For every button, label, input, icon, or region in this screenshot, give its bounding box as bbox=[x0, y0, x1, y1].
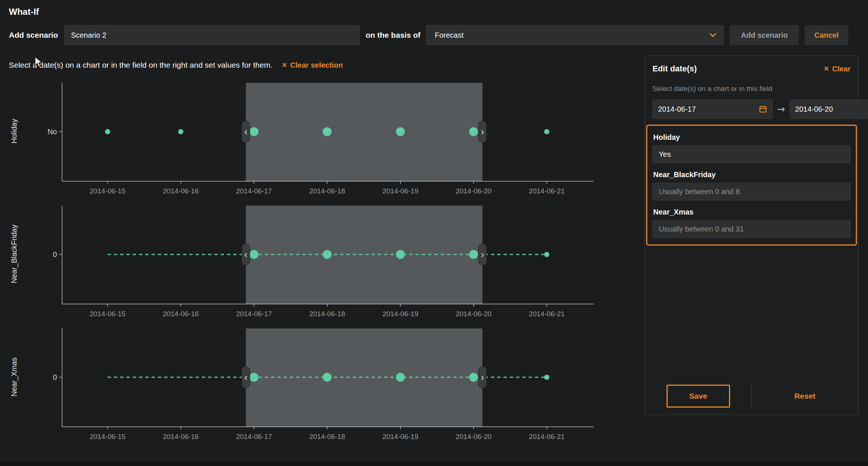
page-title: What-If bbox=[9, 7, 859, 17]
save-button[interactable]: Save bbox=[667, 385, 730, 408]
selection-handle-right[interactable]: › bbox=[478, 244, 486, 265]
reset-button[interactable]: Reset bbox=[794, 392, 816, 401]
x-tick-label[interactable]: 2014-06-19 bbox=[382, 433, 418, 440]
feature-fields-group: Holiday Near_BlackFriday Near_Xmas bbox=[646, 125, 857, 246]
data-point[interactable] bbox=[250, 127, 258, 136]
chart-axis-title: Near_Xmas bbox=[0, 327, 28, 427]
data-point[interactable] bbox=[250, 250, 258, 259]
data-point[interactable] bbox=[323, 127, 332, 136]
edit-dates-panel: Edit date(s) × Clear Select date(s) on a… bbox=[645, 55, 858, 415]
data-point[interactable] bbox=[396, 127, 405, 136]
x-tick-label[interactable]: 2014-06-21 bbox=[529, 310, 564, 318]
x-tick-label[interactable]: 2014-06-16 bbox=[163, 433, 199, 440]
field-input-near-blackfriday[interactable] bbox=[652, 183, 851, 200]
selection-handle-right[interactable]: › bbox=[478, 367, 486, 388]
data-point[interactable] bbox=[323, 250, 332, 259]
selection-handle-left[interactable]: ‹ bbox=[242, 367, 250, 388]
add-scenario-button[interactable]: Add scenario bbox=[730, 25, 799, 45]
add-scenario-label: Add scenario bbox=[9, 31, 58, 40]
field-input-holiday[interactable] bbox=[652, 145, 851, 163]
basis-select-value: Forecast bbox=[435, 31, 464, 40]
x-tick-label[interactable]: 2014-06-21 bbox=[529, 187, 564, 195]
x-tick-label[interactable]: 2014-06-15 bbox=[89, 187, 125, 195]
svg-text:›: › bbox=[481, 249, 484, 260]
close-icon: × bbox=[824, 65, 829, 73]
panel-hint: Select date(s) on a chart or in this fie… bbox=[652, 85, 851, 93]
panel-header: Edit date(s) × Clear bbox=[645, 64, 858, 74]
chevron-down-icon bbox=[710, 30, 716, 37]
x-tick-label[interactable]: 2014-06-15 bbox=[89, 433, 125, 440]
x-tick-label[interactable]: 2014-06-18 bbox=[309, 310, 345, 318]
x-tick-label[interactable]: 2014-06-16 bbox=[163, 310, 199, 318]
y-tick-label: No bbox=[47, 128, 57, 136]
chart-plot-holiday[interactable]: No2014-06-152014-06-162014-06-172014-06-… bbox=[28, 81, 605, 197]
x-tick-label[interactable]: 2014-06-21 bbox=[529, 433, 564, 440]
x-tick-label[interactable]: 2014-06-17 bbox=[236, 187, 272, 195]
data-point[interactable] bbox=[250, 373, 258, 382]
data-point[interactable] bbox=[396, 250, 405, 259]
clear-selection-label: Clear selection bbox=[290, 61, 343, 70]
instruction-text: Select a date(s) on a chart or in the fi… bbox=[9, 61, 272, 70]
selection-band[interactable] bbox=[246, 83, 482, 181]
panel-title: Edit date(s) bbox=[652, 64, 697, 74]
date-range-row: → bbox=[652, 99, 851, 119]
y-tick-label: 0 bbox=[53, 373, 57, 381]
svg-text:‹: ‹ bbox=[244, 249, 248, 260]
data-point[interactable] bbox=[469, 127, 478, 136]
selection-handle-left[interactable]: ‹ bbox=[242, 121, 250, 142]
page-header: What-If bbox=[0, 0, 868, 17]
x-tick-label[interactable]: 2014-06-17 bbox=[236, 433, 272, 440]
x-tick-label[interactable]: 2014-06-20 bbox=[455, 310, 491, 318]
selection-handle-left[interactable]: ‹ bbox=[242, 244, 250, 265]
y-tick-label: 0 bbox=[53, 250, 57, 259]
clear-button[interactable]: × Clear bbox=[824, 65, 851, 73]
data-point[interactable] bbox=[178, 129, 183, 134]
x-tick-label[interactable]: 2014-06-18 bbox=[309, 187, 345, 195]
data-point[interactable] bbox=[396, 373, 405, 382]
toolbar: Add scenario on the basis of Forecast Ad… bbox=[0, 25, 868, 45]
clear-button-label: Clear bbox=[832, 65, 851, 73]
field-label-holiday: Holiday bbox=[653, 133, 850, 142]
x-tick-label[interactable]: 2014-06-18 bbox=[309, 433, 345, 440]
footer-save-area: Save bbox=[645, 385, 752, 408]
x-tick-label[interactable]: 2014-06-15 bbox=[89, 310, 125, 318]
scenario-name-input[interactable] bbox=[64, 25, 360, 45]
basis-select[interactable]: Forecast bbox=[426, 25, 724, 45]
x-tick-label[interactable]: 2014-06-17 bbox=[236, 310, 272, 318]
x-tick-label[interactable]: 2014-06-16 bbox=[163, 187, 199, 195]
svg-text:›: › bbox=[481, 372, 484, 383]
chart-axis-title: Near_BlackFriday bbox=[0, 204, 28, 304]
date-to-box[interactable] bbox=[790, 99, 868, 119]
data-point[interactable] bbox=[544, 129, 549, 134]
data-point[interactable] bbox=[544, 375, 549, 380]
chart-plot-near-blackfriday[interactable]: 02014-06-152014-06-162014-06-172014-06-1… bbox=[28, 204, 605, 320]
date-from-box[interactable] bbox=[652, 99, 773, 119]
data-point[interactable] bbox=[323, 373, 332, 382]
x-tick-label[interactable]: 2014-06-19 bbox=[382, 187, 418, 195]
footer-reset-area: Reset bbox=[752, 392, 858, 401]
field-input-near-xmas[interactable] bbox=[652, 220, 851, 238]
svg-text:›: › bbox=[481, 126, 484, 137]
data-point[interactable] bbox=[469, 250, 478, 259]
data-point[interactable] bbox=[105, 129, 110, 134]
date-from-input[interactable] bbox=[658, 105, 756, 114]
svg-text:‹: ‹ bbox=[244, 372, 248, 383]
field-label-near-blackfriday: Near_BlackFriday bbox=[653, 170, 850, 179]
calendar-icon[interactable] bbox=[759, 105, 767, 113]
x-tick-label[interactable]: 2014-06-20 bbox=[455, 433, 491, 440]
close-icon: × bbox=[282, 61, 287, 69]
chart-plot-near-xmas[interactable]: 02014-06-152014-06-162014-06-172014-06-1… bbox=[28, 327, 605, 443]
date-to-input[interactable] bbox=[795, 105, 868, 114]
x-tick-label[interactable]: 2014-06-19 bbox=[382, 310, 418, 318]
arrow-right-icon: → bbox=[777, 104, 785, 115]
data-point[interactable] bbox=[469, 373, 478, 382]
cancel-button[interactable]: Cancel bbox=[805, 25, 848, 45]
panel-footer: Save Reset bbox=[645, 378, 858, 415]
field-label-near-xmas: Near_Xmas bbox=[653, 208, 850, 216]
selection-handle-right[interactable]: › bbox=[478, 121, 486, 142]
hand-cursor-icon bbox=[34, 56, 44, 67]
basis-label: on the basis of bbox=[366, 31, 420, 40]
x-tick-label[interactable]: 2014-06-20 bbox=[455, 187, 491, 195]
clear-selection-button[interactable]: × Clear selection bbox=[282, 61, 343, 70]
data-point[interactable] bbox=[544, 252, 549, 257]
